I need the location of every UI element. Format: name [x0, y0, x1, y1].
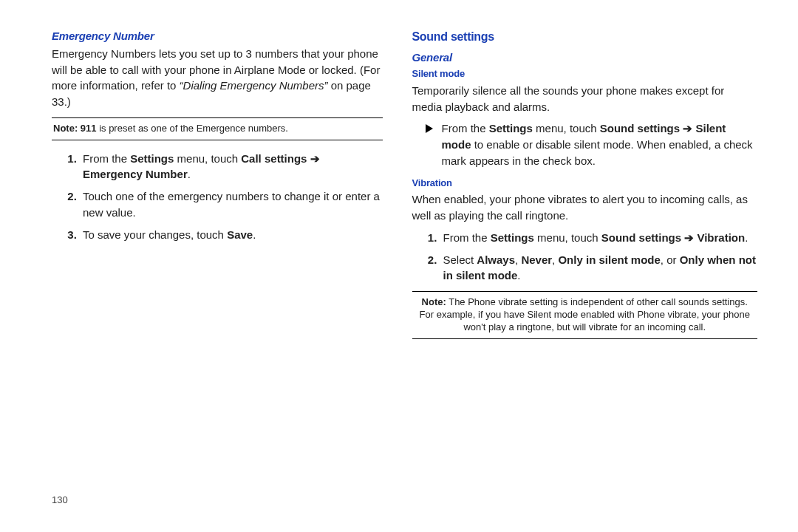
heading-general: General	[412, 50, 758, 66]
heading-vibration: Vibration	[412, 177, 758, 191]
s1-b2: Call settings	[241, 152, 307, 165]
step-1: From the Settings menu, touch Call setti…	[80, 151, 383, 183]
sm-b1: Settings	[489, 122, 533, 134]
arrow-icon: ➔	[680, 122, 695, 134]
note-rest: is preset as one of the Emergence number…	[97, 123, 288, 134]
manual-page: Emergency Number Emergency Numbers lets …	[0, 0, 798, 532]
silent-intro: Temporarily silence all the sounds your …	[412, 83, 758, 115]
heading-silent-mode: Silent mode	[412, 67, 758, 81]
v2-b3: Only in silent mode	[558, 253, 660, 266]
v1-b3: Vibration	[697, 231, 745, 244]
v2-b1: Always	[477, 253, 515, 266]
note2-label: Note:	[422, 296, 446, 307]
step-3: To save your changes, touch Save.	[80, 227, 383, 243]
page-number: 130	[52, 494, 68, 505]
arrow-icon: ➔	[307, 152, 319, 165]
triangle-bullet-icon	[426, 124, 433, 133]
note-vibrate: Note: The Phone vibrate setting is indep…	[412, 291, 758, 339]
s1-b3: Emergency Number	[83, 168, 188, 180]
v1-end: .	[745, 231, 748, 244]
s1-end: .	[188, 168, 191, 180]
heading-sound-settings: Sound settings	[412, 28, 758, 45]
note-label: Note: 911	[53, 123, 97, 134]
emergency-steps: From the Settings menu, touch Call setti…	[52, 151, 383, 243]
s1-mid: menu, touch	[174, 152, 241, 165]
v2-pre: Select	[443, 253, 477, 266]
v1-mid: menu, touch	[534, 231, 601, 244]
v2-b2: Never	[521, 253, 552, 266]
s1-b1: Settings	[130, 152, 174, 165]
sm-post: to enable or disable silent mode. When e…	[442, 138, 753, 167]
vibration-intro: When enabled, your phone vibrates to ale…	[412, 191, 758, 224]
sm-mid: menu, touch	[533, 122, 600, 134]
sm-b2: Sound settings	[600, 122, 680, 134]
v1-pre: From the	[443, 231, 491, 244]
right-column: Sound settings General Silent mode Tempo…	[405, 28, 758, 502]
s3-pre: To save your changes, touch	[83, 228, 227, 241]
silent-step-text: From the Settings menu, touch Sound sett…	[442, 120, 758, 168]
vib-step-2: Select Always, Never, Only in silent mod…	[440, 252, 758, 284]
v1-b2: Sound settings	[601, 231, 681, 244]
left-column: Emergency Number Emergency Numbers lets …	[52, 28, 405, 502]
v2-c3: , or	[661, 253, 680, 266]
s1-pre: From the	[83, 152, 130, 165]
s3-end: .	[253, 228, 256, 241]
silent-step: From the Settings menu, touch Sound sett…	[426, 120, 758, 168]
arrow-icon: ➔	[681, 231, 697, 244]
vibration-steps: From the Settings menu, touch Sound sett…	[412, 230, 758, 284]
emergency-intro: Emergency Numbers lets you set up to 3 n…	[52, 46, 383, 110]
step-2: Touch one of the emergency numbers to ch…	[80, 188, 383, 221]
v2-end: .	[517, 269, 520, 282]
note-911: Note: 911 is preset as one of the Emerge…	[52, 117, 383, 140]
note2-body: The Phone vibrate setting is independent…	[420, 296, 750, 332]
heading-emergency-number: Emergency Number	[52, 28, 383, 44]
sm-pre: From the	[442, 122, 489, 134]
v1-b1: Settings	[491, 231, 534, 244]
s3-b: Save	[227, 228, 253, 241]
vib-step-1: From the Settings menu, touch Sound sett…	[440, 230, 758, 246]
intro-reference: “Dialing Emergency Numbers”	[180, 79, 328, 92]
